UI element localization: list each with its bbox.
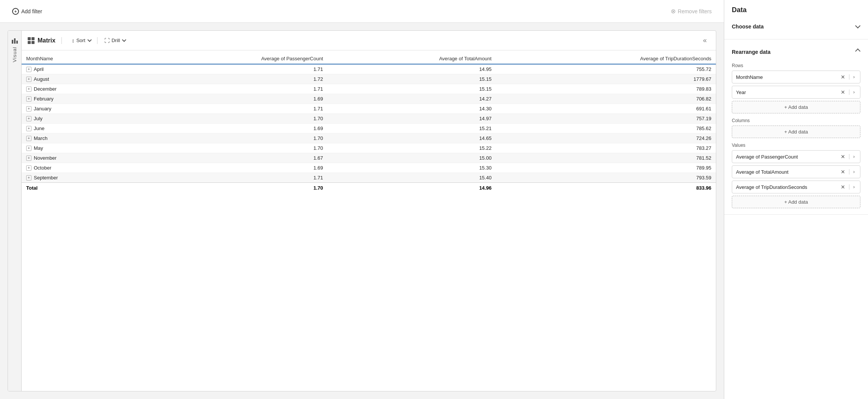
cell-tripDuration: 691.61: [496, 104, 716, 114]
cell-totalAmount: 15.30: [328, 163, 496, 173]
expand-icon[interactable]: +: [26, 175, 31, 181]
chip-arrow-button[interactable]: ›: [852, 168, 856, 175]
cell-passengerCount: 1.71: [133, 173, 327, 183]
col-header-month: MonthName: [22, 53, 133, 64]
chip-remove-button[interactable]: ✕: [839, 88, 847, 96]
sort-icon: ↕: [72, 38, 74, 44]
total-row: Total 1.70 14.96 833.96: [22, 183, 716, 193]
cell-passengerCount: 1.70: [133, 134, 327, 143]
matrix-grid-icon: [28, 37, 35, 44]
expand-icon[interactable]: +: [26, 126, 31, 131]
chip-arrow-button[interactable]: ›: [852, 184, 856, 190]
expand-icon[interactable]: +: [26, 106, 31, 112]
cell-passengerCount: 1.71: [133, 104, 327, 114]
drill-button[interactable]: ⛶ Drill: [101, 36, 129, 45]
cell-tripDuration: 785.62: [496, 124, 716, 134]
chip-remove-button[interactable]: ✕: [839, 73, 847, 81]
expand-icon[interactable]: +: [26, 136, 31, 141]
remove-filters-icon: ⊗: [671, 8, 676, 15]
cell-totalAmount: 14.30: [328, 104, 496, 114]
cell-tripDuration: 789.95: [496, 163, 716, 173]
cell-month: +March: [22, 134, 133, 143]
expand-icon[interactable]: +: [26, 77, 31, 82]
columns-add-data-button[interactable]: + Add data: [732, 126, 860, 138]
matrix-title-text: Matrix: [38, 37, 55, 44]
field-chip-name: Year: [736, 90, 839, 95]
cell-month: +December: [22, 84, 133, 94]
cell-totalAmount: 14.27: [328, 94, 496, 104]
collapse-button[interactable]: «: [700, 35, 710, 46]
columns-add-data-label: + Add data: [784, 129, 808, 135]
total-passenger: 1.70: [133, 183, 327, 193]
add-filter-icon: +: [12, 8, 19, 15]
cell-tripDuration: 755.72: [496, 64, 716, 74]
bar-chart-icon: [12, 37, 18, 44]
expand-icon[interactable]: +: [26, 96, 31, 102]
right-panel: Data Choose data Rearrange data Rows Mon…: [724, 0, 868, 399]
table-row: +October1.6915.30789.95: [22, 163, 716, 173]
choose-data-header[interactable]: Choose data: [732, 20, 860, 33]
rows-add-data-button[interactable]: + Add data: [732, 101, 860, 113]
values-add-data-button[interactable]: + Add data: [732, 196, 860, 208]
chip-actions: ✕ ›: [839, 153, 856, 160]
total-label: Total: [22, 183, 133, 193]
matrix-title: Matrix: [28, 37, 55, 44]
remove-filters-button[interactable]: ⊗ Remove filters: [668, 6, 715, 16]
expand-icon[interactable]: +: [26, 67, 31, 72]
field-chip: MonthName ✕ ›: [732, 71, 860, 83]
field-chip: Average of TotalAmount ✕ ›: [732, 165, 860, 178]
expand-icon[interactable]: +: [26, 116, 31, 121]
remove-filters-label: Remove filters: [678, 8, 712, 14]
main-area: + Add filter ⊗ Remove filters Visual: [0, 0, 724, 399]
cell-passengerCount: 1.69: [133, 94, 327, 104]
data-section: Data Choose data: [724, 0, 868, 39]
expand-icon[interactable]: +: [26, 156, 31, 161]
expand-icon[interactable]: +: [26, 165, 31, 171]
chip-arrow-button[interactable]: ›: [852, 89, 856, 96]
field-chip-name: MonthName: [736, 74, 839, 80]
chip-actions: ✕ ›: [839, 183, 856, 191]
chip-remove-button[interactable]: ✕: [839, 183, 847, 191]
table-row: +November1.6715.00781.52: [22, 153, 716, 163]
chip-remove-button[interactable]: ✕: [839, 168, 847, 176]
values-label: Values: [732, 143, 860, 148]
choose-data-label: Choose data: [732, 24, 764, 30]
rearrange-chevron[interactable]: [854, 49, 860, 55]
chip-separator: [849, 184, 849, 190]
rows-label: Rows: [732, 63, 860, 68]
data-table: MonthName Average of PassengerCount Aver…: [22, 53, 716, 193]
cell-month: +October: [22, 163, 133, 173]
expand-icon[interactable]: +: [26, 146, 31, 151]
values-fields: Average of PassengerCount ✕ › Average of…: [732, 150, 860, 193]
drill-chevron-icon: [122, 38, 126, 42]
cell-month: +June: [22, 124, 133, 133]
visual-container: Visual Matrix ↕ Sort: [8, 30, 716, 391]
cell-totalAmount: 15.00: [328, 153, 496, 163]
add-filter-button[interactable]: + Add filter: [9, 6, 45, 16]
cell-passengerCount: 1.70: [133, 114, 327, 124]
expand-icon[interactable]: +: [26, 86, 31, 92]
sort-chevron-icon: [87, 38, 91, 42]
total-trip: 833.96: [496, 183, 716, 193]
cell-totalAmount: 14.97: [328, 114, 496, 124]
cell-passengerCount: 1.72: [133, 74, 327, 84]
cell-passengerCount: 1.71: [133, 84, 327, 94]
ctrl-separator: [97, 37, 97, 44]
panel-title: Data: [732, 6, 860, 14]
choose-data-chevron[interactable]: [854, 23, 860, 30]
cell-month: +September: [22, 173, 133, 182]
cell-month: +July: [22, 114, 133, 123]
rearrange-data-header[interactable]: Rearrange data: [732, 46, 860, 58]
visual-side-tab[interactable]: Visual: [8, 31, 22, 391]
matrix-header-bar: Matrix ↕ Sort ⛶ Drill: [22, 31, 716, 50]
cell-totalAmount: 15.15: [328, 74, 496, 84]
col-header-total: Average of TotalAmount: [328, 53, 496, 64]
chip-remove-button[interactable]: ✕: [839, 153, 847, 160]
visual-tab-label[interactable]: Visual: [12, 47, 17, 62]
chip-arrow-button[interactable]: ›: [852, 153, 856, 160]
chip-arrow-button[interactable]: ›: [852, 74, 856, 80]
drill-label: Drill: [112, 38, 120, 43]
sort-button[interactable]: ↕ Sort: [68, 36, 94, 45]
cell-passengerCount: 1.69: [133, 163, 327, 173]
field-chip-name: Average of TotalAmount: [736, 169, 839, 175]
